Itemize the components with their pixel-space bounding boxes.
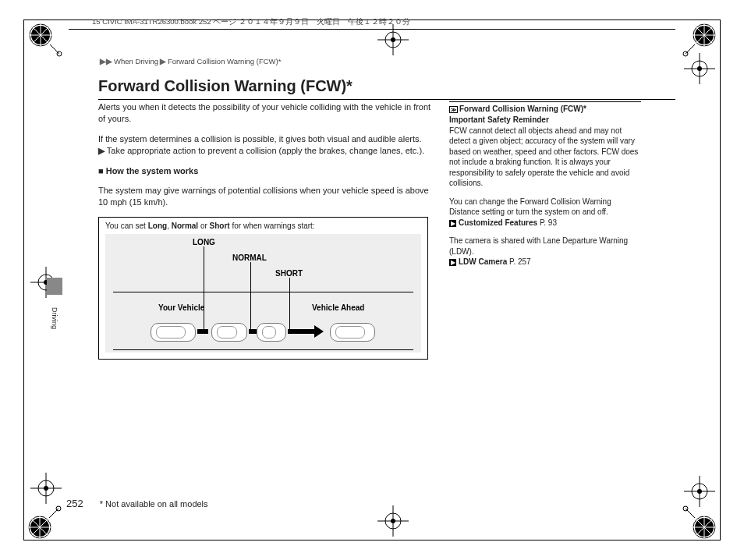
- crop-mark: [27, 470, 65, 507]
- link-ref-icon: ▶: [449, 259, 456, 266]
- body-text: The system may give warnings of potentia…: [98, 185, 434, 209]
- registration-mark: [27, 21, 64, 58]
- svg-point-19: [44, 486, 48, 491]
- svg-point-17: [697, 489, 702, 494]
- info-icon: ≫: [449, 106, 458, 113]
- breadcrumb-part: Forward Collision Warning (FCW)*: [168, 57, 281, 66]
- breadcrumb-sep: ▶▶: [100, 57, 112, 66]
- sidebar-paragraph: You can change the Forward Collision War…: [449, 197, 641, 229]
- cross-reference: LDW Camera: [459, 257, 507, 266]
- link-ref-icon: ▶: [449, 220, 456, 227]
- crop-mark: [374, 502, 412, 540]
- arrow-icon: [314, 325, 324, 338]
- breadcrumb-part: When Driving: [114, 57, 158, 66]
- sidebar-heading: Important Safety Reminder: [449, 115, 549, 124]
- motion-dash: [197, 329, 208, 334]
- road-line: [113, 349, 413, 350]
- marker-line: [250, 262, 251, 331]
- diagram-graphic: LONG NORMAL SHORT Your Vehicle Vehicle A…: [105, 234, 421, 353]
- ghost-car-icon: [257, 323, 286, 342]
- section-tab-label: Driving: [50, 303, 59, 334]
- marker-line: [204, 246, 204, 331]
- body-text: Alerts you when it detects the possibili…: [98, 101, 434, 126]
- sidebar-paragraph: Important Safety ReminderFCW cannot dete…: [449, 115, 641, 189]
- diagram-caption: You can set Long, Normal or Short for wh…: [105, 221, 421, 232]
- page-title: Forward Collision Warning (FCW)*: [98, 76, 675, 100]
- breadcrumb: ▶▶When Driving▶Forward Collision Warning…: [98, 57, 281, 67]
- diagram-box: You can set Long, Normal or Short for wh…: [98, 217, 428, 360]
- diagram-label-vehicle-ahead: Vehicle Ahead: [312, 303, 364, 314]
- crop-mark: [681, 473, 718, 510]
- breadcrumb-sep: ▶: [160, 57, 166, 66]
- road-line: [113, 292, 413, 292]
- header-rule: [69, 29, 675, 30]
- bullet-text: Take appropriate action to prevent a col…: [107, 146, 424, 155]
- footnote: * Not available on all models: [100, 499, 208, 509]
- sidebar-column: Important Safety ReminderFCW cannot dete…: [449, 115, 641, 275]
- marker-line: [289, 278, 290, 331]
- car-ahead-icon: [330, 323, 375, 342]
- section-tab-marker: [47, 278, 62, 295]
- sidebar-reference-title: ≫Forward Collision Warning (FCW)*: [449, 101, 641, 115]
- ghost-car-icon: [211, 323, 247, 342]
- body-text: If the system determines a collision is …: [98, 133, 434, 158]
- svg-point-21: [391, 37, 395, 42]
- motion-dash: [288, 329, 314, 334]
- page-number: 252: [66, 498, 83, 509]
- car-icon: [151, 323, 196, 342]
- diagram-label-your-vehicle: Your Vehicle: [158, 303, 204, 314]
- crop-mark: [681, 50, 718, 87]
- arrow-bullet-icon: ▶: [98, 146, 105, 155]
- svg-point-23: [391, 519, 395, 523]
- sidebar-paragraph: The camera is shared with Lane Departure…: [449, 236, 641, 268]
- svg-point-15: [697, 66, 702, 71]
- registration-mark: [26, 504, 63, 541]
- main-column: Alerts you when it detects the possibili…: [98, 101, 434, 360]
- section-subhead: How the system works: [98, 165, 434, 177]
- source-header: 15 CIVIC IMA-31TR26300.book 252 ページ ２０１４…: [92, 17, 410, 27]
- diagram-label-normal: NORMAL: [232, 253, 267, 264]
- page-footer: 252 * Not available on all models: [66, 497, 208, 511]
- motion-dash: [249, 329, 257, 334]
- cross-reference: Customized Features: [459, 218, 537, 227]
